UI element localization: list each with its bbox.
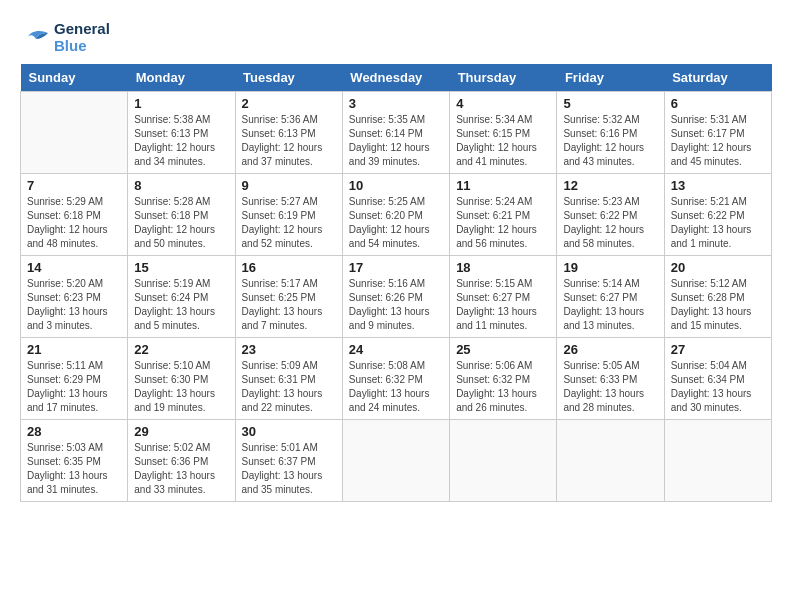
logo-icon — [20, 25, 50, 49]
calendar-week-row: 14Sunrise: 5:20 AM Sunset: 6:23 PM Dayli… — [21, 256, 772, 338]
calendar-cell: 26Sunrise: 5:05 AM Sunset: 6:33 PM Dayli… — [557, 338, 664, 420]
day-info: Sunrise: 5:36 AM Sunset: 6:13 PM Dayligh… — [242, 113, 336, 169]
calendar-cell: 10Sunrise: 5:25 AM Sunset: 6:20 PM Dayli… — [342, 174, 449, 256]
day-info: Sunrise: 5:03 AM Sunset: 6:35 PM Dayligh… — [27, 441, 121, 497]
day-info: Sunrise: 5:32 AM Sunset: 6:16 PM Dayligh… — [563, 113, 657, 169]
day-number: 17 — [349, 260, 443, 275]
day-number: 20 — [671, 260, 765, 275]
day-number: 13 — [671, 178, 765, 193]
day-number: 27 — [671, 342, 765, 357]
day-number: 25 — [456, 342, 550, 357]
day-info: Sunrise: 5:14 AM Sunset: 6:27 PM Dayligh… — [563, 277, 657, 333]
day-number: 11 — [456, 178, 550, 193]
day-info: Sunrise: 5:31 AM Sunset: 6:17 PM Dayligh… — [671, 113, 765, 169]
day-info: Sunrise: 5:19 AM Sunset: 6:24 PM Dayligh… — [134, 277, 228, 333]
calendar-cell: 9Sunrise: 5:27 AM Sunset: 6:19 PM Daylig… — [235, 174, 342, 256]
calendar-cell: 4Sunrise: 5:34 AM Sunset: 6:15 PM Daylig… — [450, 92, 557, 174]
day-number: 18 — [456, 260, 550, 275]
calendar-cell — [21, 92, 128, 174]
day-number: 8 — [134, 178, 228, 193]
day-number: 2 — [242, 96, 336, 111]
day-info: Sunrise: 5:10 AM Sunset: 6:30 PM Dayligh… — [134, 359, 228, 415]
day-number: 21 — [27, 342, 121, 357]
day-info: Sunrise: 5:01 AM Sunset: 6:37 PM Dayligh… — [242, 441, 336, 497]
day-info: Sunrise: 5:08 AM Sunset: 6:32 PM Dayligh… — [349, 359, 443, 415]
day-info: Sunrise: 5:05 AM Sunset: 6:33 PM Dayligh… — [563, 359, 657, 415]
day-info: Sunrise: 5:29 AM Sunset: 6:18 PM Dayligh… — [27, 195, 121, 251]
calendar-cell: 5Sunrise: 5:32 AM Sunset: 6:16 PM Daylig… — [557, 92, 664, 174]
day-info: Sunrise: 5:25 AM Sunset: 6:20 PM Dayligh… — [349, 195, 443, 251]
calendar-cell: 22Sunrise: 5:10 AM Sunset: 6:30 PM Dayli… — [128, 338, 235, 420]
day-number: 30 — [242, 424, 336, 439]
weekday-header: Wednesday — [342, 64, 449, 92]
calendar-week-row: 1Sunrise: 5:38 AM Sunset: 6:13 PM Daylig… — [21, 92, 772, 174]
calendar-cell: 8Sunrise: 5:28 AM Sunset: 6:18 PM Daylig… — [128, 174, 235, 256]
day-number: 26 — [563, 342, 657, 357]
weekday-header: Tuesday — [235, 64, 342, 92]
calendar-cell: 27Sunrise: 5:04 AM Sunset: 6:34 PM Dayli… — [664, 338, 771, 420]
day-info: Sunrise: 5:16 AM Sunset: 6:26 PM Dayligh… — [349, 277, 443, 333]
calendar-cell: 12Sunrise: 5:23 AM Sunset: 6:22 PM Dayli… — [557, 174, 664, 256]
calendar-cell: 3Sunrise: 5:35 AM Sunset: 6:14 PM Daylig… — [342, 92, 449, 174]
day-number: 22 — [134, 342, 228, 357]
day-number: 10 — [349, 178, 443, 193]
day-info: Sunrise: 5:15 AM Sunset: 6:27 PM Dayligh… — [456, 277, 550, 333]
day-info: Sunrise: 5:24 AM Sunset: 6:21 PM Dayligh… — [456, 195, 550, 251]
day-number: 5 — [563, 96, 657, 111]
day-info: Sunrise: 5:02 AM Sunset: 6:36 PM Dayligh… — [134, 441, 228, 497]
calendar-cell: 20Sunrise: 5:12 AM Sunset: 6:28 PM Dayli… — [664, 256, 771, 338]
calendar-cell — [450, 420, 557, 502]
day-number: 16 — [242, 260, 336, 275]
day-info: Sunrise: 5:27 AM Sunset: 6:19 PM Dayligh… — [242, 195, 336, 251]
day-number: 12 — [563, 178, 657, 193]
day-number: 24 — [349, 342, 443, 357]
day-number: 4 — [456, 96, 550, 111]
day-info: Sunrise: 5:23 AM Sunset: 6:22 PM Dayligh… — [563, 195, 657, 251]
calendar-body: 1Sunrise: 5:38 AM Sunset: 6:13 PM Daylig… — [21, 92, 772, 502]
calendar-cell: 19Sunrise: 5:14 AM Sunset: 6:27 PM Dayli… — [557, 256, 664, 338]
day-info: Sunrise: 5:28 AM Sunset: 6:18 PM Dayligh… — [134, 195, 228, 251]
calendar-cell: 23Sunrise: 5:09 AM Sunset: 6:31 PM Dayli… — [235, 338, 342, 420]
day-number: 9 — [242, 178, 336, 193]
calendar-cell: 28Sunrise: 5:03 AM Sunset: 6:35 PM Dayli… — [21, 420, 128, 502]
day-number: 3 — [349, 96, 443, 111]
calendar-week-row: 28Sunrise: 5:03 AM Sunset: 6:35 PM Dayli… — [21, 420, 772, 502]
day-number: 23 — [242, 342, 336, 357]
calendar-cell: 29Sunrise: 5:02 AM Sunset: 6:36 PM Dayli… — [128, 420, 235, 502]
day-info: Sunrise: 5:35 AM Sunset: 6:14 PM Dayligh… — [349, 113, 443, 169]
calendar-week-row: 7Sunrise: 5:29 AM Sunset: 6:18 PM Daylig… — [21, 174, 772, 256]
calendar-table: SundayMondayTuesdayWednesdayThursdayFrid… — [20, 64, 772, 502]
page-header: General Blue — [20, 20, 772, 54]
weekday-header: Friday — [557, 64, 664, 92]
calendar-cell: 14Sunrise: 5:20 AM Sunset: 6:23 PM Dayli… — [21, 256, 128, 338]
day-number: 29 — [134, 424, 228, 439]
day-number: 14 — [27, 260, 121, 275]
calendar-cell — [664, 420, 771, 502]
day-info: Sunrise: 5:34 AM Sunset: 6:15 PM Dayligh… — [456, 113, 550, 169]
calendar-cell: 7Sunrise: 5:29 AM Sunset: 6:18 PM Daylig… — [21, 174, 128, 256]
logo-text: General Blue — [54, 20, 110, 54]
day-info: Sunrise: 5:20 AM Sunset: 6:23 PM Dayligh… — [27, 277, 121, 333]
calendar-cell: 21Sunrise: 5:11 AM Sunset: 6:29 PM Dayli… — [21, 338, 128, 420]
calendar-cell: 30Sunrise: 5:01 AM Sunset: 6:37 PM Dayli… — [235, 420, 342, 502]
calendar-cell: 11Sunrise: 5:24 AM Sunset: 6:21 PM Dayli… — [450, 174, 557, 256]
day-info: Sunrise: 5:17 AM Sunset: 6:25 PM Dayligh… — [242, 277, 336, 333]
logo: General Blue — [20, 20, 110, 54]
calendar-cell: 25Sunrise: 5:06 AM Sunset: 6:32 PM Dayli… — [450, 338, 557, 420]
calendar-cell: 15Sunrise: 5:19 AM Sunset: 6:24 PM Dayli… — [128, 256, 235, 338]
calendar-cell — [557, 420, 664, 502]
calendar-week-row: 21Sunrise: 5:11 AM Sunset: 6:29 PM Dayli… — [21, 338, 772, 420]
day-number: 15 — [134, 260, 228, 275]
calendar-header-row: SundayMondayTuesdayWednesdayThursdayFrid… — [21, 64, 772, 92]
weekday-header: Sunday — [21, 64, 128, 92]
calendar-cell: 18Sunrise: 5:15 AM Sunset: 6:27 PM Dayli… — [450, 256, 557, 338]
day-info: Sunrise: 5:12 AM Sunset: 6:28 PM Dayligh… — [671, 277, 765, 333]
day-info: Sunrise: 5:21 AM Sunset: 6:22 PM Dayligh… — [671, 195, 765, 251]
day-number: 6 — [671, 96, 765, 111]
day-info: Sunrise: 5:04 AM Sunset: 6:34 PM Dayligh… — [671, 359, 765, 415]
calendar-cell: 1Sunrise: 5:38 AM Sunset: 6:13 PM Daylig… — [128, 92, 235, 174]
day-info: Sunrise: 5:38 AM Sunset: 6:13 PM Dayligh… — [134, 113, 228, 169]
day-number: 7 — [27, 178, 121, 193]
day-info: Sunrise: 5:06 AM Sunset: 6:32 PM Dayligh… — [456, 359, 550, 415]
day-info: Sunrise: 5:09 AM Sunset: 6:31 PM Dayligh… — [242, 359, 336, 415]
